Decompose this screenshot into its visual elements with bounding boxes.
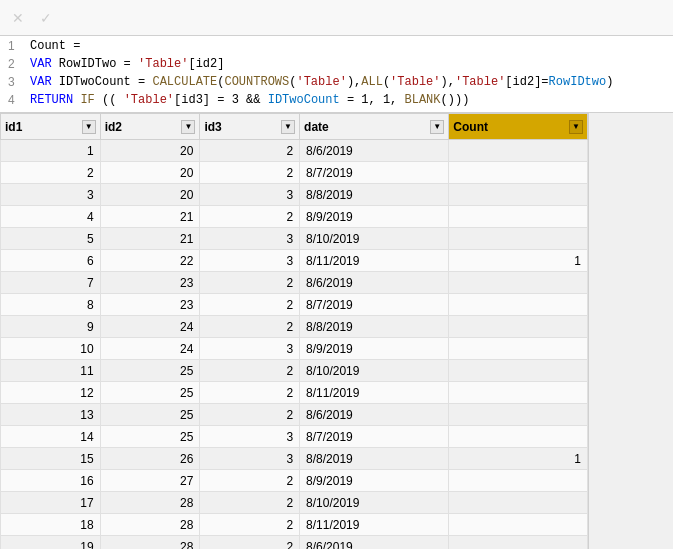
table-cell: 15 [1,448,101,470]
table-cell: 3 [200,228,300,250]
table-cell: 9 [1,316,101,338]
table-row: 182828/11/2019 [1,514,588,536]
table-row: 162728/9/2019 [1,470,588,492]
formula-text: VAR IDTwoCount = CALCULATE(COUNTROWS('Ta… [30,75,613,89]
table-cell: 2 [200,514,300,536]
data-table-wrapper: id1 ▼ id2 ▼ id3 [0,113,588,549]
col-filter-date[interactable]: ▼ [430,120,444,134]
table-cell: 22 [100,250,200,272]
table-cell: 3 [200,448,300,470]
table-row: 42128/9/2019 [1,206,588,228]
table-cell: 13 [1,404,101,426]
table-cell [449,426,588,448]
cancel-button[interactable]: ✕ [8,8,28,28]
table-cell: 3 [1,184,101,206]
col-header-date: date ▼ [300,114,449,140]
table-row: 142538/7/2019 [1,426,588,448]
table-cell: 2 [1,162,101,184]
table-row: 92428/8/2019 [1,316,588,338]
col-filter-count[interactable]: ▼ [569,120,583,134]
table-cell: 12 [1,382,101,404]
table-cell: 8/10/2019 [300,228,449,250]
table-cell: 23 [100,294,200,316]
table-row: 102438/9/2019 [1,338,588,360]
table-cell [449,184,588,206]
table-cell: 3 [200,338,300,360]
table-cell [449,404,588,426]
table-cell: 8/9/2019 [300,338,449,360]
col-filter-id3[interactable]: ▼ [281,120,295,134]
table-cell: 25 [100,404,200,426]
table-cell: 2 [200,404,300,426]
table-cell [449,140,588,162]
table-row: 72328/6/2019 [1,272,588,294]
table-cell: 8/8/2019 [300,316,449,338]
table-cell [449,470,588,492]
formula-line-2: 2 VAR RowIDTwo = 'Table'[id2] [0,56,673,74]
table-cell: 25 [100,382,200,404]
table-cell [449,206,588,228]
table-row: 172828/10/2019 [1,492,588,514]
table-cell: 24 [100,316,200,338]
formula-text: Count = [30,39,80,53]
table-cell: 21 [100,206,200,228]
line-number: 2 [8,57,24,71]
toolbar: ✕ ✓ [0,0,673,36]
table-cell: 1 [1,140,101,162]
table-cell: 16 [1,470,101,492]
table-cell: 3 [200,426,300,448]
table-cell: 23 [100,272,200,294]
line-number: 1 [8,39,24,53]
table-cell: 2 [200,294,300,316]
table-row: 82328/7/2019 [1,294,588,316]
table-cell: 14 [1,426,101,448]
table-cell: 1 [449,250,588,272]
table-row: 62238/11/20191 [1,250,588,272]
table-row: 122528/11/2019 [1,382,588,404]
col-header-id2: id2 ▼ [100,114,200,140]
table-cell: 17 [1,492,101,514]
table-cell: 2 [200,470,300,492]
table-cell: 8/11/2019 [300,514,449,536]
table-cell: 21 [100,228,200,250]
table-cell: 8/10/2019 [300,492,449,514]
table-cell: 24 [100,338,200,360]
table-row: 52138/10/2019 [1,228,588,250]
table-cell: 19 [1,536,101,550]
table-row: 12028/6/2019 [1,140,588,162]
table-cell: 8/9/2019 [300,470,449,492]
table-cell: 3 [200,184,300,206]
table-cell [449,360,588,382]
formula-line-3: 3 VAR IDTwoCount = CALCULATE(COUNTROWS('… [0,74,673,92]
table-cell: 8/7/2019 [300,294,449,316]
table-cell: 8/9/2019 [300,206,449,228]
table-cell: 8/11/2019 [300,250,449,272]
table-cell [449,228,588,250]
table-row: 192828/6/2019 [1,536,588,550]
table-cell: 8/11/2019 [300,382,449,404]
table-cell [449,492,588,514]
table-cell: 8/10/2019 [300,360,449,382]
table-cell: 25 [100,426,200,448]
table-cell: 1 [449,448,588,470]
col-filter-id1[interactable]: ▼ [82,120,96,134]
table-cell: 20 [100,140,200,162]
table-cell: 2 [200,360,300,382]
table-row: 22028/7/2019 [1,162,588,184]
table-row: 152638/8/20191 [1,448,588,470]
table-cell: 20 [100,162,200,184]
table-cell: 28 [100,492,200,514]
table-cell: 4 [1,206,101,228]
col-filter-id2[interactable]: ▼ [181,120,195,134]
table-row: 32038/8/2019 [1,184,588,206]
table-cell [449,514,588,536]
table-cell: 8/8/2019 [300,448,449,470]
table-cell: 28 [100,536,200,550]
table-cell [449,338,588,360]
col-header-id3: id3 ▼ [200,114,300,140]
confirm-button[interactable]: ✓ [36,8,56,28]
formula-line-4: 4 RETURN IF (( 'Table'[id3] = 3 && IDTwo… [0,92,673,110]
table-cell: 10 [1,338,101,360]
table-cell: 8/6/2019 [300,404,449,426]
table-header-row: id1 ▼ id2 ▼ id3 [1,114,588,140]
